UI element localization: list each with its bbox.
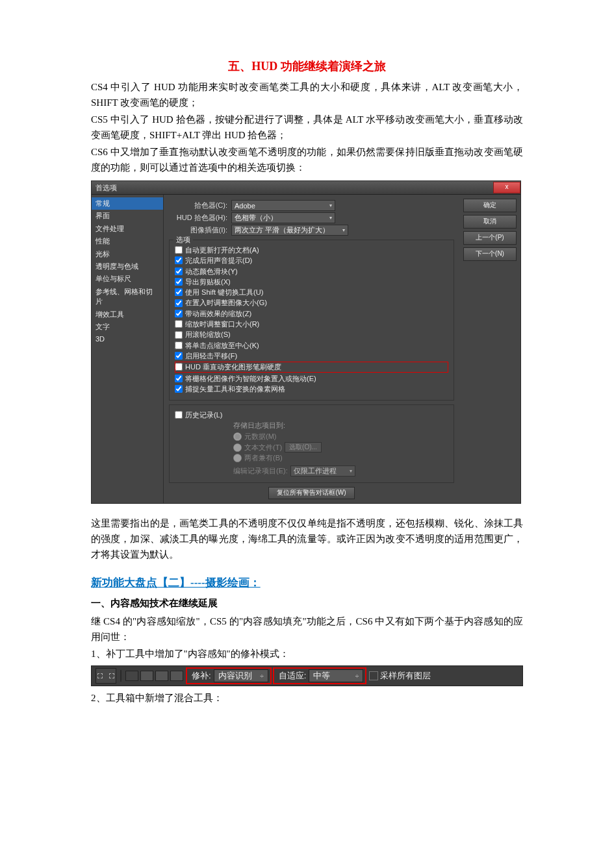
option-label-1: 完成后用声音提示(D) bbox=[185, 256, 252, 265]
radio-textfile[interactable] bbox=[233, 443, 242, 452]
option-checkbox-10[interactable] bbox=[175, 352, 183, 360]
selmode-add-icon[interactable] bbox=[140, 671, 153, 681]
option-label-9: 将单击点缩放至中心(K) bbox=[185, 341, 259, 350]
section2-item2: 2、工具箱中新增了混合工具： bbox=[91, 690, 523, 706]
dialog-buttons: 确定 取消 上一个(P) 下一个(N) bbox=[459, 195, 520, 503]
option-row-9: 将单击点缩放至中心(K) bbox=[175, 341, 448, 350]
option-label-12: 将栅格化图像作为智能对象置入或拖动(E) bbox=[185, 374, 316, 383]
toolbar-separator bbox=[120, 670, 122, 682]
option-row-2: 动态颜色滑块(Y) bbox=[175, 267, 448, 276]
sample-all-checkbox[interactable] bbox=[369, 671, 378, 680]
option-checkbox-8[interactable] bbox=[175, 331, 183, 339]
cancel-button[interactable]: 取消 bbox=[463, 215, 517, 229]
option-checkbox-0[interactable] bbox=[175, 246, 183, 254]
sample-all-label: 采样所有图层 bbox=[380, 670, 431, 682]
options-group: 选项 自动更新打开的文档(A)完成后用声音提示(D)动态颜色滑块(Y)导出剪贴板… bbox=[169, 240, 454, 401]
option-row-6: 带动画效果的缩放(Z) bbox=[175, 309, 448, 318]
option-checkbox-13[interactable] bbox=[175, 385, 183, 393]
section-title: 五、HUD 功能继续着演绎之旅 bbox=[91, 58, 523, 74]
sidebar-item-performance[interactable]: 性能 bbox=[92, 235, 163, 247]
selection-mode-group bbox=[125, 671, 183, 681]
option-label-10: 启用轻击平移(F) bbox=[185, 351, 237, 360]
picker-label: 拾色器(C): bbox=[169, 201, 231, 210]
close-button[interactable]: x bbox=[493, 182, 520, 193]
section2-subheading: 一、内容感知技术在继续延展 bbox=[91, 595, 523, 611]
picker-combo[interactable]: Adobe bbox=[231, 200, 335, 211]
sidebar-item-type[interactable]: 文字 bbox=[92, 321, 163, 333]
selmode-new-icon[interactable] bbox=[125, 671, 138, 681]
title-suffix: 功能继续着演绎之旅 bbox=[277, 60, 386, 73]
option-row-4: 使用 Shift 键切换工具(U) bbox=[175, 288, 448, 297]
title-prefix: 五、 bbox=[228, 60, 251, 73]
option-row-7: 缩放时调整窗口大小(R) bbox=[175, 319, 448, 329]
section2-item1: 1、补丁工具中增加了"内容感知"的修补模式： bbox=[91, 646, 523, 662]
adaptive-label: 自适应: bbox=[279, 670, 307, 682]
preferences-sidebar: 常规 界面 文件处理 性能 光标 透明度与色域 单位与标尺 参考线、网格和切片 … bbox=[92, 195, 164, 503]
selmode-int-icon[interactable] bbox=[170, 671, 183, 681]
sidebar-item-filehandling[interactable]: 文件处理 bbox=[92, 223, 163, 235]
reset-warnings-button[interactable]: 复位所有警告对话框(W) bbox=[268, 487, 354, 499]
patch-tool-icon[interactable] bbox=[96, 668, 116, 684]
option-checkbox-4[interactable] bbox=[175, 288, 183, 296]
title-mid: HUD bbox=[251, 60, 277, 73]
option-row-0: 自动更新打开的文档(A) bbox=[175, 245, 448, 254]
preferences-dialog: 首选项 x 常规 界面 文件处理 性能 光标 透明度与色域 单位与标尺 参考线、… bbox=[91, 180, 521, 504]
sidebar-item-guides[interactable]: 参考线、网格和切片 bbox=[92, 286, 163, 308]
option-checkbox-1[interactable] bbox=[175, 256, 183, 264]
option-row-1: 完成后用声音提示(D) bbox=[175, 256, 448, 265]
dialog-title: 首选项 bbox=[96, 183, 117, 193]
radio-metadata[interactable] bbox=[233, 432, 242, 441]
hud-label: HUD 拾色器(H): bbox=[169, 213, 231, 223]
option-label-5: 在置入时调整图像大小(G) bbox=[185, 298, 267, 307]
option-label-11: HUD 垂直动变化图形笔刷硬度 bbox=[185, 362, 281, 371]
patch-mode-combo[interactable]: 内容识别 bbox=[214, 669, 268, 682]
option-checkbox-7[interactable] bbox=[175, 320, 183, 328]
option-checkbox-9[interactable] bbox=[175, 341, 183, 349]
option-checkbox-3[interactable] bbox=[175, 278, 183, 286]
history-legend: 历史记录(L) bbox=[185, 410, 222, 419]
section2-intro: 继 CS4 的"内容感知缩放"，CS5 的"内容感知填充"功能之后，CS6 中又… bbox=[91, 614, 523, 645]
sidebar-item-transparency[interactable]: 透明度与色域 bbox=[92, 260, 163, 273]
option-label-13: 捕捉矢量工具和变换的像素网格 bbox=[185, 384, 285, 393]
option-row-8: 用滚轮缩放(S) bbox=[175, 330, 448, 339]
adaptive-highlight: 自适应: 中等 bbox=[274, 669, 366, 683]
hud-combo[interactable]: 色相带（小） bbox=[231, 212, 335, 223]
interp-combo[interactable]: 两次立方 平滑（最好为扩大） bbox=[231, 225, 348, 236]
sidebar-item-cursors[interactable]: 光标 bbox=[92, 248, 163, 260]
option-checkbox-6[interactable] bbox=[175, 310, 183, 317]
paragraph-cs4: CS4 中引入了 HUD 功能用来实时改变画笔类工具的大小和硬度，具体来讲，AL… bbox=[91, 79, 523, 110]
history-save-label: 存储日志项目到: bbox=[233, 421, 448, 430]
sidebar-item-interface[interactable]: 界面 bbox=[92, 210, 163, 222]
ok-button[interactable]: 确定 bbox=[463, 199, 517, 212]
selmode-sub-icon[interactable] bbox=[155, 671, 168, 681]
option-label-3: 导出剪贴板(X) bbox=[185, 277, 231, 286]
section2-heading: 新功能大盘点【二】----摄影绘画： bbox=[91, 575, 523, 590]
history-group: 历史记录(L) 存储日志项目到: 元数据(M) 文本文件(T)选取(O)... … bbox=[169, 404, 454, 483]
prev-button[interactable]: 上一个(P) bbox=[463, 231, 517, 245]
option-checkbox-5[interactable] bbox=[175, 299, 183, 307]
option-checkbox-2[interactable] bbox=[175, 267, 183, 275]
sidebar-item-units[interactable]: 单位与标尺 bbox=[92, 273, 163, 285]
patch-label: 修补: bbox=[192, 670, 211, 682]
paragraph-cs5: CS5 中引入了 HUD 拾色器，按键分配进行了调整，具体是 ALT 水平移动改… bbox=[91, 112, 523, 143]
sidebar-item-general[interactable]: 常规 bbox=[92, 197, 163, 210]
option-label-4: 使用 Shift 键切换工具(U) bbox=[185, 288, 263, 297]
dialog-titlebar: 首选项 x bbox=[92, 181, 520, 195]
option-row-13: 捕捉矢量工具和变换的像素网格 bbox=[175, 384, 448, 393]
option-label-8: 用滚轮缩放(S) bbox=[185, 330, 231, 339]
options-legend: 选项 bbox=[173, 235, 193, 245]
option-row-5: 在置入时调整图像大小(G) bbox=[175, 298, 448, 307]
option-label-7: 缩放时调整窗口大小(R) bbox=[185, 319, 259, 329]
editlog-combo[interactable]: 仅限工作进程 bbox=[290, 465, 355, 477]
option-checkbox-11[interactable] bbox=[175, 363, 183, 371]
paragraph-note: 这里需要指出的是，画笔类工具的不透明度不仅仅单纯是指不透明度，还包括模糊、锐化、… bbox=[91, 515, 523, 562]
adaptive-combo[interactable]: 中等 bbox=[309, 669, 363, 682]
option-label-2: 动态颜色滑块(Y) bbox=[185, 267, 238, 276]
option-checkbox-12[interactable] bbox=[175, 375, 183, 382]
sidebar-item-3d[interactable]: 3D bbox=[92, 333, 163, 345]
history-checkbox[interactable] bbox=[175, 411, 183, 419]
next-button[interactable]: 下一个(N) bbox=[463, 247, 517, 261]
choose-button[interactable]: 选取(O)... bbox=[285, 442, 322, 453]
sidebar-item-plugins[interactable]: 增效工具 bbox=[92, 308, 163, 321]
radio-both[interactable] bbox=[233, 454, 242, 462]
